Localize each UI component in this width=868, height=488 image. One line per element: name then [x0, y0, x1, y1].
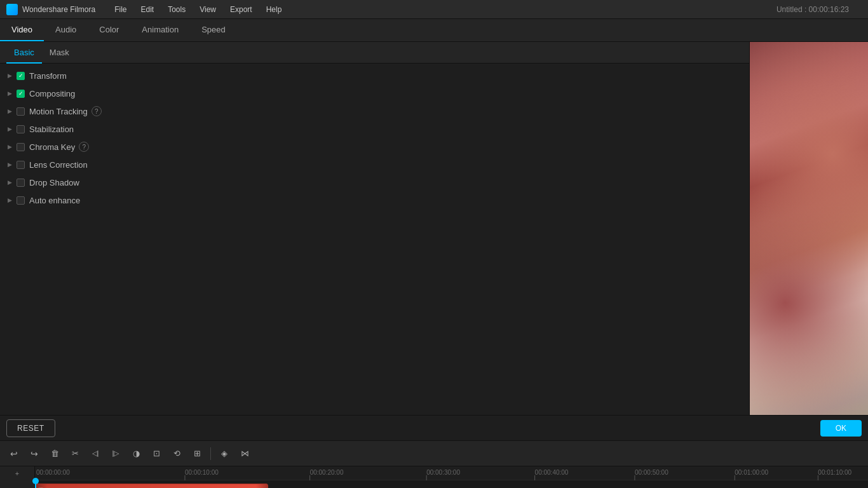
prop-arrow-compositing — [5, 89, 14, 98]
prop-row-stabilization[interactable]: Stabilization — [0, 120, 749, 138]
prop-label-transform: Transform — [29, 71, 67, 81]
preview-panel — [750, 42, 868, 415]
track-area[interactable] — [35, 480, 868, 488]
trim-end-button[interactable]: |▷ — [107, 445, 125, 463]
tab-video[interactable]: Video — [0, 19, 44, 41]
prop-row-lens-correction[interactable]: Lens Correction — [0, 156, 749, 173]
tab-animation[interactable]: Animation — [130, 19, 190, 41]
left-panel: Basic Mask Transform Compositing Motion … — [0, 42, 750, 415]
redo-button[interactable]: ↪ — [25, 445, 43, 463]
reset-button[interactable]: RESET — [6, 419, 55, 437]
prop-checkbox-stabilization[interactable] — [17, 125, 25, 133]
tab-speed[interactable]: Speed — [190, 19, 237, 41]
title-bar: Wondershare Filmora File Edit Tools View… — [0, 0, 868, 19]
timeline: + 00:00:00:00 00:00:10:00 00:00:20:00 00… — [0, 466, 868, 488]
prop-row-drop-shadow[interactable]: Drop Shadow — [0, 173, 749, 191]
prop-label-drop-shadow: Drop Shadow — [29, 178, 79, 187]
flip-button[interactable]: ⟲ — [168, 445, 186, 463]
subtab-basic[interactable]: Basic — [6, 42, 42, 64]
timeline-ruler[interactable]: 00:00:00:00 00:00:10:00 00:00:20:00 00:0… — [35, 466, 868, 480]
main-tab-bar: Video Audio Color Animation Speed — [0, 19, 868, 42]
prop-checkbox-transform[interactable] — [17, 72, 25, 80]
prop-info-motion-tracking[interactable]: ? — [92, 106, 102, 116]
prop-label-lens-correction: Lens Correction — [29, 160, 88, 170]
prop-row-auto-enhance[interactable]: Auto enhance — [0, 191, 749, 209]
prop-arrow-stabilization — [5, 125, 14, 133]
undo-button[interactable]: ↩ — [5, 445, 23, 463]
timeline-tracks: 🔒 👁 — [0, 480, 868, 488]
prop-row-motion-tracking[interactable]: Motion Tracking ? — [0, 102, 749, 120]
prop-label-compositing: Compositing — [29, 89, 75, 98]
prop-label-motion-tracking: Motion Tracking — [29, 107, 88, 116]
sub-tabs: Basic Mask — [0, 42, 749, 64]
playhead-dot — [32, 478, 39, 484]
main-layout: Basic Mask Transform Compositing Motion … — [0, 42, 868, 415]
menu-export[interactable]: Export — [224, 3, 259, 16]
menu-tools[interactable]: Tools — [161, 3, 192, 16]
menu-bar: File Edit Tools View Export Help — [108, 3, 776, 16]
action-bar: RESET OK — [0, 415, 868, 440]
prop-arrow-lens-correction — [5, 160, 14, 169]
properties-list: Transform Compositing Motion Tracking ? … — [0, 64, 749, 415]
prop-arrow-chroma-key — [5, 142, 14, 151]
prop-checkbox-motion-tracking[interactable] — [17, 107, 25, 116]
app-icon — [6, 4, 18, 15]
delete-button[interactable]: 🗑 — [46, 445, 64, 463]
menu-edit[interactable]: Edit — [135, 3, 161, 16]
prop-checkbox-lens-correction[interactable] — [17, 161, 25, 169]
toolbar: ↩ ↪ 🗑 ✂ ◁| |▷ ◑ ⊡ ⟲ ⊞ ◈ ⋈ — [0, 440, 868, 466]
timeline-header: + 00:00:00:00 00:00:10:00 00:00:20:00 00… — [0, 466, 868, 480]
trim-start-button[interactable]: ◁| — [86, 445, 104, 463]
prop-row-compositing[interactable]: Compositing — [0, 85, 749, 102]
prop-row-chroma-key[interactable]: Chroma Key ? — [0, 138, 749, 156]
prop-checkbox-auto-enhance[interactable] — [17, 196, 25, 205]
add-track-button[interactable]: + — [8, 464, 26, 482]
subtab-mask[interactable]: Mask — [42, 42, 77, 64]
prop-arrow-drop-shadow — [5, 178, 14, 187]
prop-info-chroma-key[interactable]: ? — [79, 142, 89, 152]
prop-arrow-motion-tracking — [5, 107, 14, 116]
tab-color[interactable]: Color — [88, 19, 130, 41]
toolbar-separator — [210, 447, 211, 460]
crop-button[interactable]: ⊡ — [147, 445, 165, 463]
prop-label-stabilization: Stabilization — [29, 125, 74, 134]
prop-label-auto-enhance: Auto enhance — [29, 196, 80, 205]
tab-audio[interactable]: Audio — [44, 19, 88, 41]
prop-arrow-auto-enhance — [5, 196, 14, 205]
video-clip[interactable] — [35, 484, 268, 488]
ok-button[interactable]: OK — [820, 420, 862, 437]
menu-help[interactable]: Help — [260, 3, 288, 16]
speed-button[interactable]: ◑ — [127, 445, 145, 463]
zoom-fit-button[interactable]: ⊞ — [188, 445, 206, 463]
menu-file[interactable]: File — [108, 3, 133, 16]
prop-checkbox-chroma-key[interactable] — [17, 143, 25, 151]
prop-checkbox-drop-shadow[interactable] — [17, 179, 25, 187]
cut-button[interactable]: ✂ — [66, 445, 84, 463]
preview-image — [750, 42, 868, 415]
app-name: Wondershare Filmora — [22, 5, 95, 14]
window-title: Untitled : 00:00:16:23 — [776, 5, 862, 14]
prop-label-chroma-key: Chroma Key — [29, 142, 75, 152]
color-match-button[interactable]: ◈ — [215, 445, 233, 463]
prop-arrow-transform — [5, 71, 14, 80]
prop-checkbox-compositing[interactable] — [17, 90, 25, 98]
menu-view[interactable]: View — [193, 3, 222, 16]
track-controls: 🔒 👁 — [0, 480, 35, 488]
prop-row-transform[interactable]: Transform — [0, 67, 749, 85]
playhead[interactable] — [35, 480, 36, 488]
audio-beat-button[interactable]: ⋈ — [236, 445, 254, 463]
